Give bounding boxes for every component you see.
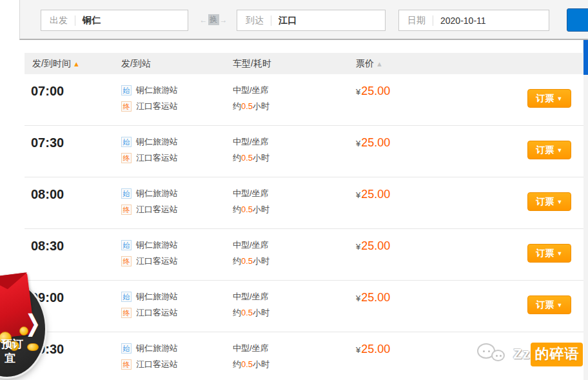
swap-left-arrow-icon: ← — [200, 15, 208, 25]
departure-time: 08:30 — [31, 239, 64, 254]
chevron-down-icon: ▼ — [557, 250, 563, 257]
book-button[interactable]: 订票 ▼ — [527, 141, 571, 159]
duration: 约0.5小时 — [233, 98, 270, 114]
chat-bubble-small — [491, 350, 505, 361]
departure-time: 07:30 — [31, 135, 64, 150]
price-cell: ¥25.00 — [356, 85, 390, 98]
origin-tag: 始 — [121, 292, 132, 302]
book-button-label: 订票 — [536, 93, 554, 105]
arrive-field[interactable]: 到达 江口 — [237, 10, 386, 31]
book-button[interactable]: 订票 ▼ — [527, 295, 571, 314]
watermark-prefix: Zz — [513, 346, 530, 362]
origin-line: 始 铜仁旅游站 — [121, 288, 178, 305]
book-button-label: 订票 — [536, 248, 554, 259]
destination-station: 江口客运站 — [136, 101, 178, 112]
scrollbar-track[interactable] — [583, 40, 588, 380]
book-button-label: 订票 — [536, 299, 554, 311]
destination-line: 终 江口客运站 — [121, 305, 178, 321]
duration: 约0.5小时 — [233, 150, 270, 166]
column-header-time-label: 发/到时间 — [32, 58, 71, 68]
destination-station: 江口客运站 — [136, 152, 178, 164]
origin-station: 铜仁旅游站 — [136, 85, 178, 96]
column-header-price[interactable]: 票价▲ — [356, 53, 383, 75]
swap-stations-button[interactable]: ← 换 → — [195, 14, 231, 25]
destination-line: 终 江口客运站 — [121, 150, 178, 166]
price-value: 25.00 — [361, 85, 390, 97]
price-cell: ¥25.00 — [356, 343, 390, 356]
currency-symbol: ¥ — [356, 345, 360, 355]
date-label: 日期 — [399, 15, 426, 26]
field-divider — [75, 15, 75, 26]
bus-type: 中型/坐席 — [233, 237, 270, 253]
scrollbar-thumb[interactable] — [583, 40, 588, 75]
destination-station: 江口客运站 — [136, 255, 178, 267]
destination-tag: 终 — [121, 308, 132, 318]
depart-value: 铜仁 — [83, 15, 101, 26]
book-button-label: 订票 — [536, 145, 554, 156]
destination-station: 江口客运站 — [136, 204, 178, 215]
price-cell: ¥25.00 — [356, 188, 390, 201]
duration-prefix: 约 — [233, 308, 241, 317]
book-button[interactable]: 订票 ▼ — [527, 89, 571, 108]
price-cell: ¥25.00 — [356, 239, 390, 253]
price-value: 25.00 — [361, 291, 390, 304]
bus-type-cell: 中型/坐席 约0.5小时 — [233, 134, 270, 166]
search-button[interactable] — [567, 8, 588, 32]
bus-type: 中型/坐席 — [233, 82, 270, 98]
bus-type-cell: 中型/坐席 约0.5小时 — [233, 288, 270, 321]
origin-tag: 始 — [121, 343, 132, 354]
duration-prefix: 约 — [233, 153, 241, 163]
origin-line: 始 铜仁旅游站 — [121, 237, 178, 253]
schedule-table-header: 发/到时间▲ 发/到站 车型/耗时 票价▲ — [24, 53, 583, 74]
chevron-down-icon: ▼ — [557, 199, 563, 205]
duration-value: 0.5 — [241, 101, 253, 111]
column-header-route-label: 发/到站 — [121, 58, 151, 68]
origin-line: 始 铜仁旅游站 — [121, 134, 178, 150]
duration-suffix: 小时 — [253, 153, 270, 163]
departure-time: 08:00 — [31, 187, 64, 202]
depart-field[interactable]: 出发 铜仁 — [41, 10, 188, 31]
origin-line: 始 铜仁旅游站 — [121, 82, 178, 98]
chevron-down-icon: ▼ — [557, 147, 563, 154]
bus-type-cell: 中型/坐席 约0.5小时 — [233, 340, 270, 372]
chevron-down-icon: ▼ — [557, 302, 563, 308]
sort-asc-icon: ▲ — [73, 60, 80, 68]
watermark: Zz的碎语 — [477, 342, 583, 366]
origin-tag: 始 — [121, 240, 132, 250]
origin-station: 铜仁旅游站 — [136, 136, 178, 148]
schedule-row: 08:30 始 铜仁旅游站 终 江口客运站 中型/坐席 约0.5小时 ¥25.0… — [24, 229, 583, 281]
destination-tag: 终 — [121, 205, 132, 215]
duration-value: 0.5 — [241, 359, 253, 369]
duration-value: 0.5 — [241, 205, 253, 214]
column-header-type-label: 车型/耗时 — [233, 58, 271, 68]
swap-icon: 换 — [208, 14, 219, 25]
price-cell: ¥25.00 — [356, 136, 390, 150]
book-button-label: 订票 — [536, 196, 554, 208]
book-button[interactable]: 订票 ▼ — [527, 192, 571, 211]
schedule-row: 07:30 始 铜仁旅游站 终 江口客运站 中型/坐席 约0.5小时 ¥25.0… — [24, 126, 583, 177]
currency-symbol: ¥ — [356, 294, 360, 303]
bus-type: 中型/坐席 — [233, 288, 270, 305]
chevron-down-icon: ▼ — [557, 95, 563, 102]
bus-type: 中型/坐席 — [233, 340, 270, 356]
destination-tag: 终 — [121, 359, 132, 370]
bus-type: 中型/坐席 — [233, 185, 270, 201]
chevron-right-icon[interactable]: ❯ — [25, 310, 41, 337]
column-header-time[interactable]: 发/到时间▲ — [32, 53, 80, 75]
duration-prefix: 约 — [233, 205, 241, 214]
duration: 约0.5小时 — [233, 305, 270, 321]
duration-value: 0.5 — [241, 308, 253, 317]
destination-station: 江口客运站 — [136, 359, 178, 370]
book-button[interactable]: 订票 ▼ — [527, 244, 571, 263]
promo-text-line1: 预订 — [1, 337, 23, 352]
origin-station: 铜仁旅游站 — [136, 343, 178, 354]
origin-station: 铜仁旅游站 — [136, 188, 178, 199]
watermark-highlight: 的碎语 — [531, 343, 583, 366]
duration-value: 0.5 — [241, 153, 253, 163]
depart-label: 出发 — [41, 15, 68, 26]
duration-prefix: 约 — [233, 359, 241, 369]
duration-suffix: 小时 — [253, 308, 270, 317]
route-cell: 始 铜仁旅游站 终 江口客运站 — [121, 134, 178, 166]
bus-type-cell: 中型/坐席 约0.5小时 — [233, 237, 270, 269]
date-field[interactable]: 日期 2020-10-11 — [398, 10, 549, 31]
